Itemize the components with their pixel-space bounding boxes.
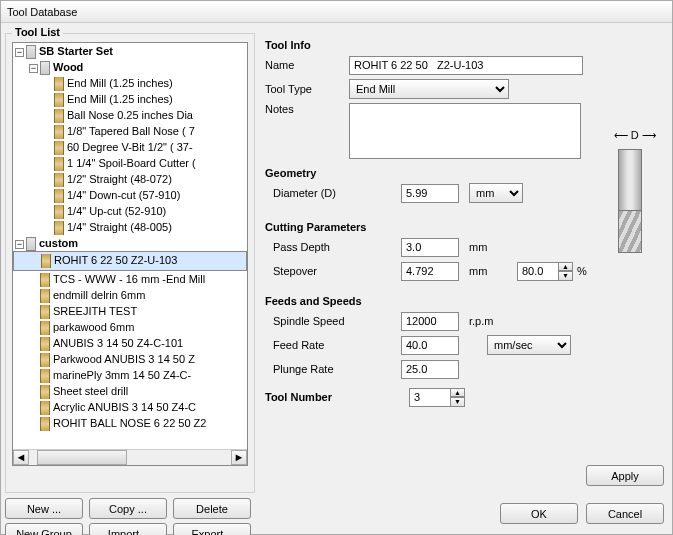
copy-button[interactable]: Copy ... xyxy=(89,498,167,519)
tool-preview-image: ⟵ D ⟶ xyxy=(596,143,666,253)
minus-icon[interactable]: − xyxy=(15,240,24,249)
tree-item[interactable]: Sheet steel drill xyxy=(13,383,247,399)
tree-item[interactable]: End Mill (1.25 inches) xyxy=(13,91,247,107)
tree-item[interactable]: Acrylic ANUBIS 3 14 50 Z4-C xyxy=(13,399,247,415)
minus-icon[interactable]: − xyxy=(15,48,24,57)
tool-list-label: Tool List xyxy=(12,26,63,38)
chevron-up-icon[interactable]: ▲ xyxy=(451,388,465,398)
feeds-speeds-heading: Feeds and Speeds xyxy=(265,295,664,307)
tool-number-label: Tool Number xyxy=(265,391,369,403)
tool-icon xyxy=(41,254,51,268)
tree-item[interactable]: 60 Degree V-Bit 1/2" ( 37- xyxy=(13,139,247,155)
tree-item[interactable]: ANUBIS 3 14 50 Z4-C-101 xyxy=(13,335,247,351)
delete-button[interactable]: Delete xyxy=(173,498,251,519)
tree-item[interactable]: endmill delrin 6mm xyxy=(13,287,247,303)
tool-database-window: Tool Database Tool List −SB Starter Set−… xyxy=(0,0,673,535)
name-label: Name xyxy=(265,59,349,71)
tool-icon xyxy=(40,337,50,351)
tool-type-select[interactable]: End Mill xyxy=(349,79,509,99)
tree-hscrollbar[interactable]: ◄ ► xyxy=(13,449,247,465)
export-button[interactable]: Export... xyxy=(173,523,251,535)
folder-icon xyxy=(40,61,50,75)
tool-icon xyxy=(40,321,50,335)
tree-item[interactable]: Ball Nose 0.25 inches Dia xyxy=(13,107,247,123)
spindle-speed-label: Spindle Speed xyxy=(265,315,361,327)
cancel-button[interactable]: Cancel xyxy=(586,503,664,524)
tool-icon xyxy=(54,189,64,203)
folder-icon xyxy=(26,237,36,251)
tool-icon xyxy=(40,353,50,367)
stepover-label: Stepover xyxy=(265,265,361,277)
tree-item[interactable]: −Wood xyxy=(13,59,247,75)
new-group-button[interactable]: New Group xyxy=(5,523,83,535)
tool-icon xyxy=(54,221,64,235)
tool-icon xyxy=(40,417,50,431)
tree-item[interactable]: parkawood 6mm xyxy=(13,319,247,335)
tree-item[interactable]: Parkwood ANUBIS 3 14 50 Z xyxy=(13,351,247,367)
plunge-rate-input[interactable] xyxy=(401,360,459,379)
tool-tree[interactable]: −SB Starter Set−WoodEnd Mill (1.25 inche… xyxy=(12,42,248,466)
pct-symbol: % xyxy=(577,265,587,277)
name-input[interactable] xyxy=(349,56,583,75)
notes-label: Notes xyxy=(265,103,349,115)
tree-item[interactable]: 1/2" Straight (48-072) xyxy=(13,171,247,187)
pass-depth-unit: mm xyxy=(469,241,487,253)
tree-item[interactable]: 1/4" Up-cut (52-910) xyxy=(13,203,247,219)
tree-item[interactable]: −custom xyxy=(13,235,247,251)
tool-icon xyxy=(54,125,64,139)
tool-number-spinner[interactable]: ▲▼ xyxy=(409,388,465,407)
tool-icon xyxy=(40,289,50,303)
chevron-down-icon[interactable]: ▼ xyxy=(451,397,465,407)
tool-icon xyxy=(54,141,64,155)
tree-item[interactable]: 1/8" Tapered Ball Nose ( 7 xyxy=(13,123,247,139)
tool-icon xyxy=(40,273,50,287)
tool-icon xyxy=(40,385,50,399)
stepover-pct-spinner[interactable]: ▲▼ xyxy=(517,262,573,281)
tree-item[interactable]: marinePly 3mm 14 50 Z4-C- xyxy=(13,367,247,383)
folder-icon xyxy=(26,45,36,59)
tool-icon xyxy=(54,205,64,219)
feed-rate-label: Feed Rate xyxy=(265,339,361,351)
stepover-input[interactable] xyxy=(401,262,459,281)
rate-unit-select[interactable]: mm/sec xyxy=(487,335,571,355)
new-button[interactable]: New ... xyxy=(5,498,83,519)
spindle-speed-input[interactable] xyxy=(401,312,459,331)
tool-info-heading: Tool Info xyxy=(265,39,664,51)
tool-number-input[interactable] xyxy=(409,388,451,407)
chevron-up-icon[interactable]: ▲ xyxy=(559,262,573,272)
diameter-input[interactable] xyxy=(401,184,459,203)
ok-button[interactable]: OK xyxy=(500,503,578,524)
pass-depth-input[interactable] xyxy=(401,238,459,257)
tool-list-group: Tool List −SB Starter Set−WoodEnd Mill (… xyxy=(5,33,255,493)
tree-item[interactable]: End Mill (1.25 inches) xyxy=(13,75,247,91)
window-title: Tool Database xyxy=(1,1,672,23)
chevron-down-icon[interactable]: ▼ xyxy=(559,271,573,281)
stepover-pct-input[interactable] xyxy=(517,262,559,281)
tree-item[interactable]: ROHIT BALL NOSE 6 22 50 Z2 xyxy=(13,415,247,431)
tool-icon xyxy=(40,401,50,415)
tree-item[interactable]: −SB Starter Set xyxy=(13,43,247,59)
minus-icon[interactable]: − xyxy=(29,64,38,73)
notes-textarea[interactable] xyxy=(349,103,581,159)
tree-item[interactable]: ROHIT 6 22 50 Z2-U-103 xyxy=(13,251,247,271)
apply-button[interactable]: Apply xyxy=(586,465,664,486)
tree-item[interactable]: TCS - WWW - 16 mm -End Mill xyxy=(13,271,247,287)
tool-icon xyxy=(54,157,64,171)
tree-item[interactable]: 1 1/4" Spoil-Board Cutter ( xyxy=(13,155,247,171)
tool-icon xyxy=(54,77,64,91)
feed-rate-input[interactable] xyxy=(401,336,459,355)
scroll-right-icon[interactable]: ► xyxy=(231,450,247,465)
diameter-unit-select[interactable]: mm xyxy=(469,183,523,203)
tree-item[interactable]: 1/4" Straight (48-005) xyxy=(13,219,247,235)
tree-item[interactable]: SREEJITH TEST xyxy=(13,303,247,319)
tool-icon xyxy=(40,369,50,383)
tool-type-label: Tool Type xyxy=(265,83,349,95)
tool-icon xyxy=(54,109,64,123)
import-button[interactable]: Import... xyxy=(89,523,167,535)
spindle-unit: r.p.m xyxy=(469,315,493,327)
scroll-left-icon[interactable]: ◄ xyxy=(13,450,29,465)
tool-icon xyxy=(54,93,64,107)
scroll-thumb[interactable] xyxy=(37,450,127,465)
tree-item[interactable]: 1/4" Down-cut (57-910) xyxy=(13,187,247,203)
tool-icon xyxy=(40,305,50,319)
